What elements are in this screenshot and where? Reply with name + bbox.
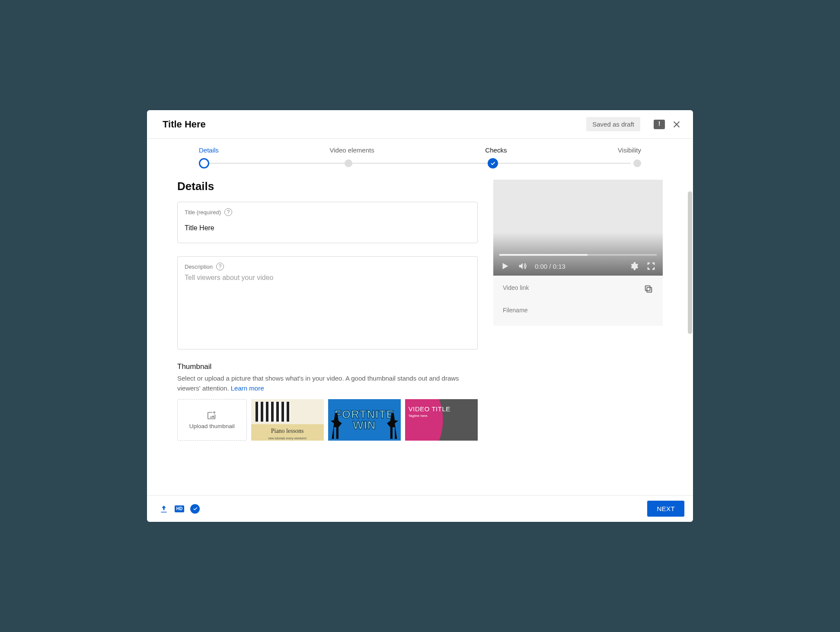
copy-icon[interactable] [644,284,653,294]
video-link-label: Video link [503,284,529,291]
dialog-header: Title Here Saved as draft ! [147,110,693,139]
title-input[interactable] [185,219,470,237]
description-input[interactable] [185,274,470,347]
step-checks[interactable]: Checks [485,146,507,154]
thumbnail-option-1[interactable]: Piano lessons new tutorials every weeken… [251,399,324,441]
volume-icon[interactable] [517,261,527,271]
step-dot-checks[interactable] [488,158,498,168]
hd-badge: HD [175,505,184,512]
stepper: Details Video elements Checks Visibility [147,139,693,171]
gear-icon[interactable] [629,261,639,271]
dialog-title: Title Here [163,119,586,130]
help-icon[interactable]: ? [224,208,232,216]
learn-more-link[interactable]: Learn more [231,384,264,392]
feedback-icon[interactable]: ! [653,118,665,130]
add-image-icon [206,411,217,420]
content-area: Details Title (required) ? Description ?… [147,171,693,495]
upload-thumbnail-label: Upload thumbnail [189,423,235,429]
upload-icon[interactable] [159,504,169,514]
thumbnail-description: Select or upload a picture that shows wh… [177,374,478,393]
thumbnail-heading: Thumbnail [177,362,478,371]
step-details[interactable]: Details [199,146,219,154]
dialog-footer: HD NEXT [147,495,693,522]
close-icon[interactable] [671,118,683,130]
video-preview[interactable]: 0:00 / 0:13 [493,180,663,276]
fullscreen-icon[interactable] [646,261,656,271]
thumbnail-section: Thumbnail Select or upload a picture tha… [177,362,478,441]
step-dot-details[interactable] [199,158,209,168]
svg-rect-0 [647,287,652,292]
next-button[interactable]: NEXT [647,501,684,517]
thumbnail-option-2[interactable]: FORTNITE WIN [328,399,401,441]
description-field-box[interactable]: Description ? [177,256,478,349]
play-icon[interactable] [500,261,510,271]
help-icon[interactable]: ? [216,263,224,270]
title-label: Title (required) [185,209,221,216]
title-field-box[interactable]: Title (required) ? [177,202,478,243]
save-status-pill: Saved as draft [586,117,640,131]
scrollbar-thumb[interactable] [688,191,692,334]
step-dot-video-elements[interactable] [345,159,352,167]
step-visibility[interactable]: Visibility [618,146,641,154]
page-heading: Details [177,180,478,193]
step-video-elements[interactable]: Video elements [330,146,374,154]
svg-rect-1 [645,286,650,291]
filename-label: Filename [503,307,528,314]
upload-dialog: Title Here Saved as draft ! Details Vide… [147,110,693,522]
step-dot-visibility[interactable] [633,159,641,167]
video-progress-bar[interactable] [499,254,657,256]
description-label: Description [185,264,213,270]
video-time: 0:00 / 0:13 [535,263,565,270]
upload-thumbnail-button[interactable]: Upload thumbnail [177,399,247,441]
preview-card: 0:00 / 0:13 Video link Filename [493,180,663,326]
checks-complete-icon [190,504,200,514]
thumbnail-option-3[interactable]: VIDEO TITLE Tagline here. [405,399,478,441]
